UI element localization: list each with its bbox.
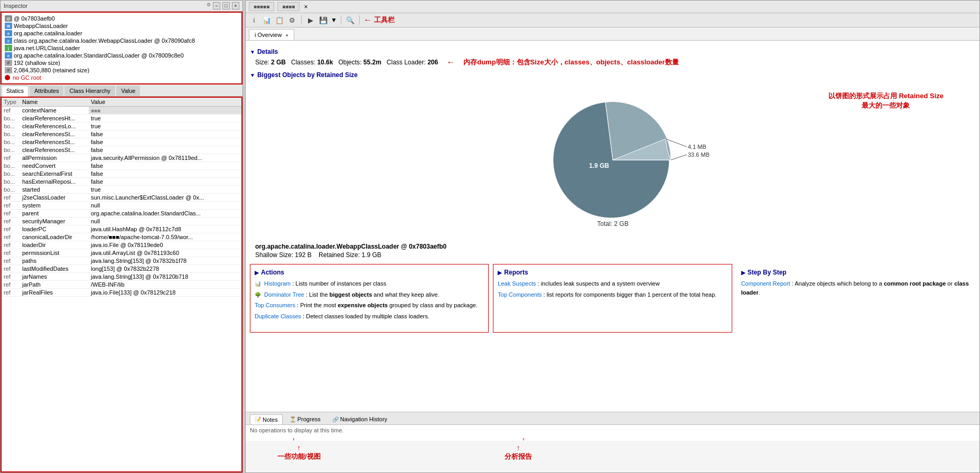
details-arrow: ←	[446, 58, 455, 67]
minimize-button[interactable]: −	[213, 2, 220, 10]
inspector-title: Inspector	[4, 3, 27, 9]
table-row[interactable]: refsystemnull	[2, 202, 241, 210]
step-component-report: Component Report : Analyze objects which…	[741, 279, 970, 297]
table-row[interactable]: refjarNamesjava.lang.String[133] @ 0x781…	[2, 273, 241, 281]
dominator-icon: 🌳	[255, 292, 261, 298]
table-row[interactable]: refpermissionListjava.util.ArrayList @ 0…	[2, 249, 241, 257]
table-row[interactable]: bo...clearReferencesSt...false	[2, 138, 241, 146]
table-row[interactable]: bo...searchExternalFirstfalse	[2, 170, 241, 178]
toolbar-sep3	[359, 15, 360, 25]
table-row[interactable]: reflastModifiedDateslong[153] @ 0x7832b2…	[2, 265, 241, 273]
retained-size: Retained Size: 1.9 GB	[319, 251, 381, 259]
tree-item-shallow[interactable]: # 192 (shallow size)	[4, 59, 239, 67]
tree-item-label: 2,084,350,880 (retained size)	[14, 67, 89, 73]
table-row[interactable]: refallPermissionjava.security.AllPermiss…	[2, 154, 241, 162]
tab-notes[interactable]: 📝 Notes	[250, 414, 283, 424]
component-report-link[interactable]: Component Report	[741, 280, 790, 287]
tab-nav-history[interactable]: 🔗 Navigation History	[328, 414, 392, 424]
inspector-panel: Inspector ⚙ − □ × @ @ 0x7803aefb0 W Weba…	[0, 0, 243, 473]
table-row[interactable]: refjarRealFilesjava.io.File[133] @ 0x781…	[2, 289, 241, 297]
actions-content: 📊 Histogram : Lists number of instances …	[255, 279, 484, 320]
bottom-content: No operations to display at this time.	[246, 425, 979, 441]
tab-close[interactable]: ×	[304, 3, 307, 11]
table-row[interactable]: bo...clearReferencesLo...true	[2, 122, 241, 130]
gear-icon[interactable]: ⚙	[287, 15, 297, 25]
histogram-link[interactable]: Histogram	[264, 280, 291, 287]
action-topconsumers: Top Consumers : Print the most expensive…	[255, 301, 484, 310]
table-row[interactable]: refloaderDirjava.io.File @ 0x78119ede0	[2, 241, 241, 249]
pie-chart-wrapper: 1.9 GB 33.6 MB 4.1 MB Total: 2 GB	[507, 86, 718, 235]
settings-icon[interactable]: ⚙	[207, 2, 211, 10]
tree-item-standard[interactable]: o org.apache.catalina.loader.StandardCla…	[4, 52, 239, 59]
copy-icon[interactable]: 📋	[274, 15, 285, 25]
details-content: Size: 2 GB Classes: 10.6k Objects: 55.2m…	[250, 58, 975, 67]
tree-item-org-apache[interactable]: o org.apache.catalina.loader	[4, 30, 239, 37]
num2-icon: #	[5, 67, 12, 73]
attributes-table: Type Name Value refcontextName■■■ bo...c…	[2, 98, 241, 297]
duplicate-link[interactable]: Duplicate Classes	[255, 313, 301, 319]
tab-overview-label: i Overview	[255, 32, 282, 38]
tab-overview[interactable]: i Overview ×	[249, 29, 294, 40]
save-icon[interactable]: 💾	[318, 15, 329, 25]
report-topcomponents: Top Components : list reports for compon…	[498, 290, 727, 299]
table-row[interactable]: refloaderPCjava.util.HashMap @ 0x78112c7…	[2, 225, 241, 233]
tree-item-retained[interactable]: # 2,084,350,880 (retained size)	[4, 67, 239, 74]
tree-item-address[interactable]: @ @ 0x7803aefb0	[4, 15, 239, 22]
file-tab2[interactable]: ■■■■	[277, 2, 300, 11]
table-row[interactable]: refjarPath/WEB-INF/lib	[2, 281, 241, 289]
notes-label: Notes	[263, 417, 278, 423]
tab-class-hierarchy[interactable]: Class Hierarchy	[64, 86, 115, 96]
toolbar-annotation: 工具栏	[374, 15, 395, 25]
bottom-content-text: No operations to display at this time.	[250, 427, 343, 433]
table-row[interactable]: bo...clearReferencesHt...true	[2, 115, 241, 122]
table-row[interactable]: refj2seClassLoadersun.misc.Launcher$ExtC…	[2, 194, 241, 202]
table-row[interactable]: refcanonicalLoaderDir/home/■■■/apache-to…	[2, 233, 241, 241]
table-row[interactable]: bo...clearReferencesSt...false	[2, 146, 241, 154]
class-icon: W	[5, 23, 12, 29]
pie-label-4mb: 4.1 MB	[688, 144, 706, 150]
tab-attributes[interactable]: Attributes	[30, 86, 63, 96]
play-icon[interactable]: ▶	[305, 15, 316, 25]
bottom-section: 📝 Notes ⏳ Progress 🔗 Navigation History …	[246, 412, 979, 472]
inspector-title-bar: Inspector ⚙ − □ ×	[1, 1, 242, 12]
histogram-icon[interactable]: 📊	[262, 15, 272, 25]
search-icon[interactable]: 🔍	[345, 15, 356, 25]
attributes-table-container: Type Name Value refcontextName■■■ bo...c…	[1, 97, 242, 472]
dominator-link[interactable]: Dominator Tree	[264, 291, 304, 298]
class2-icon: c	[5, 37, 12, 44]
table-row[interactable]: refcontextName■■■	[2, 107, 241, 115]
table-row[interactable]: refsecurityManagernull	[2, 217, 241, 225]
tab-value[interactable]: Value	[116, 86, 140, 96]
std-icon: o	[5, 52, 12, 59]
table-row[interactable]: bo...startedtrue	[2, 186, 241, 194]
details-text: Size: 2 GB Classes: 10.6k Objects: 55.2m…	[255, 59, 438, 66]
table-row[interactable]: bo...needConvertfalse	[2, 162, 241, 170]
tab-statics[interactable]: Statics	[2, 86, 29, 97]
table-row[interactable]: refparentorg.apache.catalina.loader.Stan…	[2, 210, 241, 217]
table-row[interactable]: bo...hasExternalReposi...false	[2, 178, 241, 186]
svg-line-0	[671, 155, 687, 160]
tree-item-nogc[interactable]: no GC root	[4, 74, 239, 81]
leak-suspects-link[interactable]: Leak Suspects	[498, 280, 536, 287]
table-row[interactable]: bo...clearReferencesSt...false	[2, 130, 241, 138]
tree-item-url-classloader[interactable]: j java.net.URLClassLoader	[4, 44, 239, 52]
close-button[interactable]: ×	[232, 2, 239, 10]
maximize-button[interactable]: □	[222, 2, 230, 10]
info-icon[interactable]: i	[249, 15, 259, 25]
topconsumers-link[interactable]: Top Consumers	[255, 302, 295, 308]
top-components-link[interactable]: Top Components	[498, 291, 542, 298]
biggest-objects-header[interactable]: Biggest Objects by Retained Size	[250, 71, 975, 79]
details-header[interactable]: Details	[250, 48, 975, 55]
tree-item-class-webapp[interactable]: c class org.apache.catalina.loader.Webap…	[4, 37, 239, 44]
pie-chart-area: 1.9 GB 33.6 MB 4.1 MB Total: 2 GB	[250, 81, 975, 241]
tab-overview-close[interactable]: ×	[285, 33, 288, 38]
main-toolbar: ■■■■■ ■■■■ ×	[246, 1, 979, 13]
table-row[interactable]: refpathsjava.lang.String[153] @ 0x7832b1…	[2, 257, 241, 265]
tab-progress[interactable]: ⏳ Progress	[285, 414, 325, 424]
dropdown-arrow[interactable]: ▼	[331, 16, 337, 24]
col-header-type: Type	[2, 98, 20, 107]
notes-icon: 📝	[255, 417, 261, 422]
details-section: Details Size: 2 GB Classes: 10.6k Object…	[250, 48, 975, 67]
file-tab[interactable]: ■■■■■	[249, 2, 274, 11]
tree-item-webapp[interactable]: W WebappClassLoader	[4, 22, 239, 30]
